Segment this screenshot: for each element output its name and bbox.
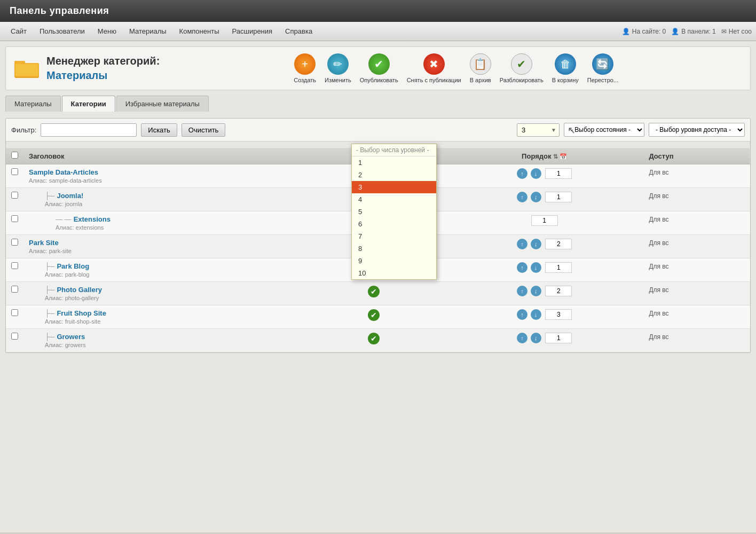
row-checkbox[interactable]	[11, 309, 18, 316]
row-title-link[interactable]: Fruit Shop Site	[57, 309, 106, 317]
status-published-icon[interactable]: ✔	[368, 333, 380, 344]
th-title: Заголовок	[23, 148, 302, 164]
trash-icon: 🗑	[555, 53, 576, 75]
search-button[interactable]: Искать	[141, 123, 177, 137]
toolbar-unpublish-btn[interactable]: ✖ Снять с публикации	[407, 53, 461, 83]
row-alias: Алиас: growers	[45, 342, 296, 348]
order-input[interactable]	[545, 333, 572, 343]
order-down-btn[interactable]: ↓	[531, 333, 541, 343]
order-up-btn[interactable]: ↑	[517, 262, 527, 273]
nav-site[interactable]: Сайт	[4, 22, 33, 41]
dropdown-item-1[interactable]: 1	[352, 156, 436, 169]
row-checkbox[interactable]	[11, 168, 18, 175]
toolbar-edit-btn[interactable]: ✏ Изменить	[325, 53, 351, 83]
toolbar-create-btn[interactable]: + Создать	[294, 53, 316, 83]
online-count: 👤 На сайте: 0	[622, 28, 666, 35]
order-up-btn[interactable]: ↑	[517, 309, 527, 320]
dropdown-item-8[interactable]: 8	[352, 242, 436, 255]
order-input[interactable]	[545, 286, 572, 296]
order-up-btn[interactable]: ↑	[517, 192, 527, 202]
access-text: Для вс	[649, 169, 668, 176]
select-all-checkbox[interactable]	[11, 152, 18, 159]
order-input[interactable]	[545, 168, 572, 179]
row-title-link[interactable]: Sample Data-Articles	[29, 168, 98, 176]
row-checkbox[interactable]	[11, 333, 18, 340]
tab-categories[interactable]: Категории	[62, 96, 115, 112]
access-text: Для вс	[649, 192, 668, 200]
toolbar-rebuild-btn[interactable]: 🔄 Перестро...	[587, 53, 618, 83]
row-title-link[interactable]: Joomla!	[57, 192, 83, 200]
edit-icon: ✏	[327, 53, 349, 75]
sort-icon[interactable]: ⇅ 📅	[553, 153, 567, 160]
toolbar-unblock-btn[interactable]: ✔ Разблокировать	[500, 53, 544, 83]
top-nav: Сайт Пользователи Меню Материалы Компоне…	[0, 22, 756, 41]
row-alias: Алиас: fruit-shop-site	[45, 318, 296, 325]
nav-right-info: 👤 На сайте: 0 👤 В панели: 1 ✉ Нет соо	[622, 28, 752, 35]
order-down-btn[interactable]: ↓	[531, 192, 541, 202]
row-title-link[interactable]: Park Site	[29, 239, 59, 247]
dropdown-item-9[interactable]: 9	[352, 255, 436, 267]
row-title-link[interactable]: Extensions	[74, 215, 111, 223]
folder-icon	[14, 58, 40, 79]
order-down-btn[interactable]: ↓	[531, 309, 541, 320]
order-up-btn[interactable]: ↑	[517, 239, 527, 249]
nav-extensions[interactable]: Расширения	[226, 22, 279, 41]
dropdown-item-7[interactable]: 7	[352, 230, 436, 242]
toolbar-trash-btn[interactable]: 🗑 В корзину	[552, 53, 579, 83]
nav-materials[interactable]: Материалы	[123, 22, 173, 41]
status-published-icon[interactable]: ✔	[368, 309, 380, 321]
row-checkbox[interactable]	[11, 192, 18, 199]
tab-featured[interactable]: Избранные материалы	[116, 96, 209, 112]
rebuild-icon: 🔄	[592, 53, 613, 75]
nav-users[interactable]: Пользователи	[33, 22, 91, 41]
table-row: ├─GrowersАлиас: growers✔ ↑ ↓ Для вс	[6, 329, 750, 352]
status-published-icon[interactable]: ✔	[368, 286, 380, 297]
row-alias: Алиас: sample-data-articles	[29, 177, 296, 184]
filter-input[interactable]	[41, 123, 137, 137]
row-title-link[interactable]: Park Blog	[57, 262, 89, 270]
order-input[interactable]	[531, 215, 558, 226]
dropdown-item-10[interactable]: 10	[352, 267, 436, 279]
dropdown-item-2[interactable]: 2	[352, 169, 436, 181]
order-input[interactable]	[545, 239, 572, 249]
dropdown-item-4[interactable]: 4	[352, 193, 436, 206]
dropdown-item-5[interactable]: 5	[352, 206, 436, 218]
order-down-btn[interactable]: ↓	[531, 262, 541, 273]
row-checkbox[interactable]	[11, 286, 18, 293]
order-down-btn[interactable]: ↓	[531, 286, 541, 296]
table-row: ├─Fruit Shop SiteАлиас: fruit-shop-site✔…	[6, 305, 750, 329]
filter-bar: Фильтр: Искать Очистить ▼ - Выбор числа …	[6, 119, 750, 142]
row-alias: Алиас: joomla	[45, 201, 296, 207]
row-title-link[interactable]: Growers	[57, 333, 85, 341]
order-input[interactable]	[545, 262, 572, 273]
access-select[interactable]: - Выбор уровня доступа -	[649, 123, 745, 137]
clear-button[interactable]: Очистить	[182, 123, 226, 137]
nav-help[interactable]: Справка	[279, 22, 319, 41]
dropdown-item-6[interactable]: 6	[352, 218, 436, 230]
order-input[interactable]	[545, 309, 572, 320]
nav-components[interactable]: Компоненты	[173, 22, 226, 41]
nav-menu[interactable]: Меню	[91, 22, 123, 41]
levels-dropdown: - Выбор числа уровней - 1 2 3 4 5 6 7 8 …	[351, 144, 437, 280]
order-down-btn[interactable]: ↓	[531, 239, 541, 249]
page-subtitle: Материалы	[46, 69, 160, 82]
tab-materials[interactable]: Материалы	[5, 96, 61, 112]
state-select[interactable]: - Выбор состояния -	[564, 123, 644, 137]
order-input[interactable]	[545, 192, 572, 202]
levels-input[interactable]	[517, 123, 560, 137]
tabs-bar: Материалы Категории Избранные материалы	[5, 96, 751, 112]
order-up-btn[interactable]: ↑	[517, 333, 527, 343]
order-down-btn[interactable]: ↓	[531, 168, 541, 179]
row-checkbox[interactable]	[11, 262, 18, 269]
row-checkbox[interactable]	[11, 239, 18, 246]
unblock-icon: ✔	[511, 53, 532, 75]
order-up-btn[interactable]: ↑	[517, 168, 527, 179]
row-title-link[interactable]: Photo Gallery	[57, 286, 102, 294]
dropdown-item-3[interactable]: 3	[352, 181, 436, 193]
toolbar: + Создать ✏ Изменить ✔ Опубликовать ✖ Сн…	[170, 53, 742, 83]
filter-label: Фильтр:	[11, 126, 36, 134]
toolbar-archive-btn[interactable]: 📋 В архив	[470, 53, 491, 83]
row-checkbox[interactable]	[11, 215, 18, 222]
order-up-btn[interactable]: ↑	[517, 286, 527, 296]
toolbar-publish-btn[interactable]: ✔ Опубликовать	[360, 53, 398, 83]
